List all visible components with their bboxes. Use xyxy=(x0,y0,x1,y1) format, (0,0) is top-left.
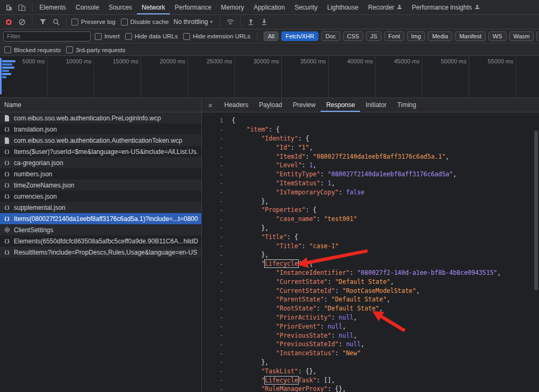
request-row[interactable]: {}currencies.json xyxy=(0,191,201,202)
close-details-button[interactable]: × xyxy=(202,101,219,110)
3rd-party-requests-checkbox[interactable]: 3rd-party requests xyxy=(66,46,125,53)
details-tab-headers[interactable]: Headers xyxy=(219,98,254,112)
filter-chip-fetch-xhr[interactable]: Fetch/XHR xyxy=(281,31,318,41)
filter-chip-manifest[interactable]: Manifest xyxy=(455,31,486,41)
tab-memory[interactable]: Memory xyxy=(216,0,249,14)
scrollbar-thumb[interactable] xyxy=(534,130,538,290)
request-row[interactable]: {}Elements(6550dfdcfc863508a5afbc5ceff0a… xyxy=(0,235,201,247)
checkbox-box-icon xyxy=(66,46,73,53)
overview-gridline xyxy=(281,56,282,97)
tab-network[interactable]: Network xyxy=(137,0,170,14)
tab-recorder[interactable]: Recorder xyxy=(363,0,407,14)
code-line: - "PriorActivity": null, xyxy=(202,313,539,322)
checkbox-label: 3rd-party requests xyxy=(76,47,125,53)
inspect-icon[interactable] xyxy=(4,2,14,13)
code-text: "PriorActivity": null, xyxy=(223,314,357,321)
overview-tick-label: 55000 ms xyxy=(476,58,516,64)
filter-chip-ws[interactable]: WS xyxy=(488,31,507,41)
details-tab-preview[interactable]: Preview xyxy=(288,98,321,112)
tab-lighthouse[interactable]: Lighthouse xyxy=(322,0,363,14)
filter-input[interactable] xyxy=(3,31,91,42)
filter-chip-img[interactable]: Img xyxy=(407,31,425,41)
line-number: - xyxy=(202,386,223,392)
blocked-requests-checkbox[interactable]: Blocked requests xyxy=(4,46,61,53)
tab-sources[interactable]: Sources xyxy=(104,0,137,14)
hide-data-urls-checkbox[interactable]: Hide data URLs xyxy=(125,33,178,40)
line-number: - xyxy=(202,189,223,195)
tab-label: Security xyxy=(295,4,317,11)
hide-extension-urls-checkbox[interactable]: Hide extension URLs xyxy=(183,33,250,40)
code-text: "RootState": "Default State", xyxy=(223,305,383,312)
disable-cache-checkbox[interactable]: Disable cache xyxy=(121,19,169,26)
import-har-icon[interactable] xyxy=(246,17,256,27)
preview-badge-icon xyxy=(475,4,480,11)
tab-security[interactable]: Security xyxy=(290,0,322,14)
overview-tick-label: 25000 ms xyxy=(195,58,234,64)
filter-chip-all[interactable]: All xyxy=(264,31,279,41)
tab-console[interactable]: Console xyxy=(71,0,104,14)
request-row[interactable]: {}Items(080027f2140da1eebf8aff3176c6ad5a… xyxy=(0,213,201,224)
code-text: "ParentState": "Default State", xyxy=(223,296,390,303)
overview-gridline xyxy=(469,56,469,97)
code-text: "ItemStatus": 1, xyxy=(223,179,335,187)
request-row[interactable]: com.eibus.sso.web.authentication.PreLogi… xyxy=(0,112,201,124)
tab-elements[interactable]: Elements xyxy=(35,0,71,14)
clear-icon[interactable] xyxy=(17,17,27,27)
tab-label: Elements xyxy=(39,4,66,11)
filter-chip-wasm[interactable]: Wasm xyxy=(509,31,534,41)
response-viewer[interactable]: 1{- "item": {- "Identity": {- "Id": "1",… xyxy=(202,112,539,392)
filter-chip-doc[interactable]: Doc xyxy=(321,31,340,41)
request-row[interactable]: {}ca-gregorian.json xyxy=(0,157,201,168)
network-conditions-icon[interactable] xyxy=(225,17,235,27)
request-row[interactable]: {}timeZoneNames.json xyxy=(0,179,201,191)
code-text: "EntityType": "080027f2140da1eebf8aff317… xyxy=(223,170,456,178)
request-name: ClientSettings xyxy=(14,226,53,234)
details-tab-initiator[interactable]: Initiator xyxy=(360,98,391,112)
code-text: "ItemId": "080027f2140da1eebf8aff3176c6a… xyxy=(223,153,450,160)
details-tab-timing[interactable]: Timing xyxy=(392,98,422,112)
filter-chip-css[interactable]: CSS xyxy=(343,31,364,41)
record-icon[interactable] xyxy=(3,17,14,27)
network-overview-timeline[interactable]: 5000 ms10000 ms15000 ms20000 ms25000 ms3… xyxy=(0,56,539,98)
separator xyxy=(32,18,32,26)
invert-checkbox[interactable]: Invert xyxy=(95,33,120,40)
network-main: Name com.eibus.sso.web.authentication.Pr… xyxy=(0,98,539,392)
filter-funnel-icon[interactable] xyxy=(37,17,48,27)
request-row[interactable]: {}numbers.json xyxy=(0,168,201,179)
request-details-panel: × HeadersPayloadPreviewResponseInitiator… xyxy=(202,98,539,392)
filter-chip-js[interactable]: JS xyxy=(366,31,381,41)
json-icon: {} xyxy=(3,250,11,255)
code-line: - "Lifecycle": { xyxy=(202,259,539,268)
line-number: - xyxy=(202,323,223,330)
line-number: - xyxy=(202,171,223,178)
request-row[interactable]: {}translation.json xyxy=(0,124,201,135)
device-toolbar-icon[interactable] xyxy=(17,2,27,13)
code-text: "LifecycleTask": [], xyxy=(223,377,335,384)
request-row[interactable]: {}Items($user)?userId=$me&language=en-US… xyxy=(0,146,201,157)
filter-chip-font[interactable]: Font xyxy=(384,31,404,41)
code-text: "CurrentStateId": "RootCaseModelState", xyxy=(223,287,420,295)
request-row[interactable]: {}ResultItems?include=PropDescs,Rules,Us… xyxy=(0,247,201,258)
details-tab-payload[interactable]: Payload xyxy=(254,98,287,112)
json-icon: {} xyxy=(3,216,11,222)
details-tab-response[interactable]: Response xyxy=(321,98,360,112)
filter-chip-media[interactable]: Media xyxy=(428,31,452,41)
request-row[interactable]: {}supplemental.json xyxy=(0,202,201,213)
export-har-icon[interactable] xyxy=(259,17,270,27)
overview-gridline xyxy=(94,56,94,97)
preserve-log-checkbox[interactable]: Preserve log xyxy=(71,19,116,26)
throttling-value: No throttling xyxy=(174,18,208,26)
request-row[interactable]: ClientSettings xyxy=(0,224,201,235)
request-name: ca-gregorian.json xyxy=(14,159,63,167)
request-row[interactable]: com.eibus.sso.web.authentication.Authent… xyxy=(0,135,201,146)
throttling-select[interactable]: No throttling ▾ xyxy=(172,18,215,26)
tab-label: Recorder xyxy=(368,4,394,11)
column-header-name[interactable]: Name xyxy=(0,98,201,112)
search-icon[interactable] xyxy=(51,17,61,27)
line-number: - xyxy=(202,260,223,267)
overview-activity-bar xyxy=(2,73,11,75)
filter-chip-other[interactable]: Other xyxy=(536,31,539,41)
tab-performance-insights[interactable]: Performance insights xyxy=(407,0,485,14)
tab-performance[interactable]: Performance xyxy=(170,0,216,14)
tab-application[interactable]: Application xyxy=(249,0,290,14)
